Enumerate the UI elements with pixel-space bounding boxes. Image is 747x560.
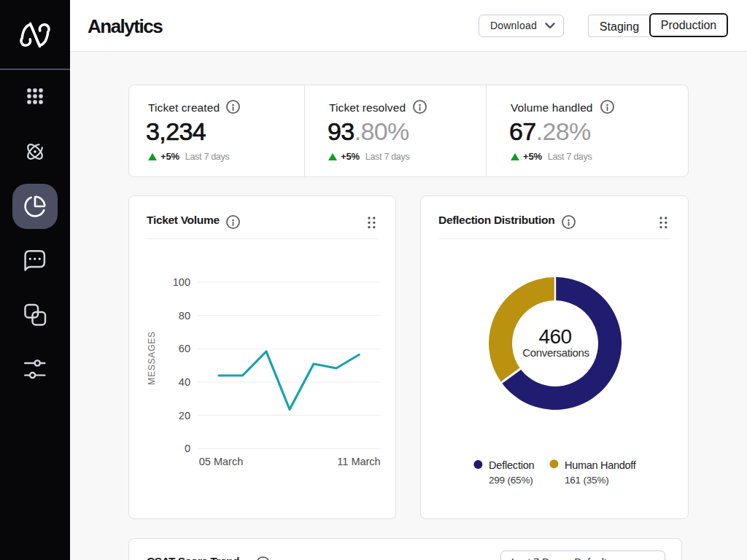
svg-text:299 (65%): 299 (65%) bbox=[489, 475, 533, 486]
svg-text:80: 80 bbox=[179, 310, 190, 322]
svg-text:05 March: 05 March bbox=[199, 456, 243, 467]
svg-text:Human Handoff: Human Handoff bbox=[565, 459, 637, 471]
svg-text:0: 0 bbox=[185, 443, 190, 454]
svg-text:MESSAGES: MESSAGES bbox=[147, 331, 157, 385]
svg-text:460: 460 bbox=[538, 325, 571, 348]
svg-text:Deflection: Deflection bbox=[489, 459, 535, 471]
svg-text:Conversations: Conversations bbox=[522, 346, 589, 359]
svg-text:20: 20 bbox=[179, 410, 190, 421]
svg-text:161 (35%): 161 (35%) bbox=[565, 475, 609, 486]
svg-text:40: 40 bbox=[179, 376, 190, 388]
svg-text:100: 100 bbox=[173, 276, 190, 288]
svg-text:60: 60 bbox=[179, 343, 190, 354]
svg-text:11 March: 11 March bbox=[337, 456, 380, 467]
